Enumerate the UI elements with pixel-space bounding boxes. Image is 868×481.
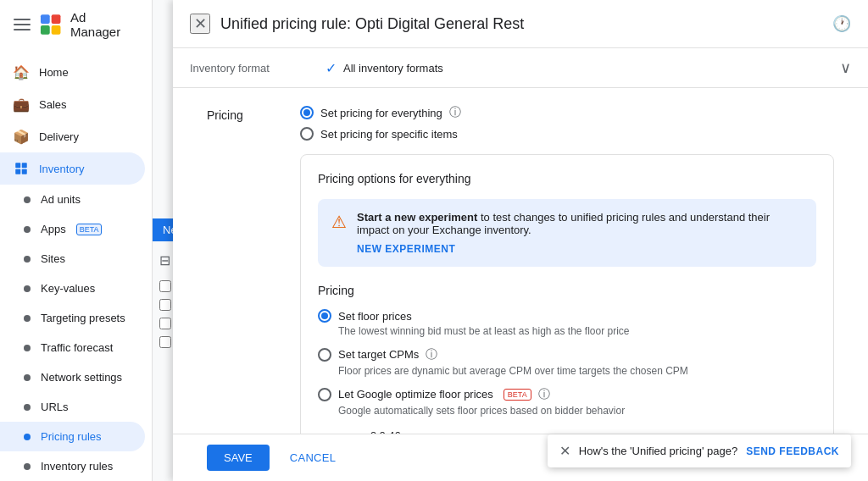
inventory-format-row: Inventory format ✓ All inventory formats… xyxy=(173,48,868,88)
inner-pricing-label: Pricing xyxy=(318,284,816,297)
sidebar-item-key-values[interactable]: Key-values xyxy=(0,274,145,303)
floor-prices-row[interactable]: Set floor prices xyxy=(318,309,816,323)
pricing-options-box: Pricing options for everything ⚠ Start a… xyxy=(300,154,834,434)
radio-target-cpms[interactable] xyxy=(318,348,331,362)
pricing-section: Pricing Set pricing for everything ⓘ Set… xyxy=(173,88,868,434)
sidebar-item-apps[interactable]: Apps BETA xyxy=(0,214,145,244)
sidebar-item-network-settings[interactable]: Network settings xyxy=(0,362,145,392)
app-name: Ad Manager xyxy=(70,10,138,39)
pricing-label: Pricing xyxy=(207,105,275,434)
sidebar-item-targeting-presets[interactable]: Targeting presets xyxy=(0,303,145,333)
svg-rect-3 xyxy=(51,25,60,35)
sidebar-nav: 🏠 Home 💼 Sales 📦 Delivery Inventory Ad u… xyxy=(0,49,152,481)
modal-dialog: ✕ Unified pricing rule: Opti Digital Gen… xyxy=(173,0,868,481)
help-icon[interactable]: ⓘ xyxy=(449,105,461,120)
target-cpms-desc: Floor prices are dynamic but average CPM… xyxy=(338,364,816,379)
sidebar-item-sales[interactable]: 💼 Sales xyxy=(0,88,145,120)
svg-rect-1 xyxy=(51,14,60,24)
toast-close-button[interactable]: ✕ xyxy=(559,443,570,459)
sidebar-item-label: Apps xyxy=(41,223,66,235)
experiment-text: Start a new experiment to test changes t… xyxy=(357,211,803,255)
experiment-bold-text: Start a new experiment xyxy=(357,211,477,224)
sidebar-item-label: Ad units xyxy=(41,193,81,206)
sidebar-item-label: URLs xyxy=(41,401,69,413)
pricing-options: Set pricing for everything ⓘ Set pricing… xyxy=(300,105,834,434)
sales-icon: 💼 xyxy=(14,97,29,112)
modal-body: Inventory format ✓ All inventory formats… xyxy=(173,48,868,434)
set-pricing-everything-option[interactable]: Set pricing for everything ⓘ xyxy=(300,105,834,120)
experiment-banner: ⚠ Start a new experiment to test changes… xyxy=(318,199,816,267)
save-button[interactable]: SAVE xyxy=(207,445,270,471)
svg-rect-6 xyxy=(15,169,20,174)
radio-set-specific[interactable] xyxy=(300,127,314,141)
set-pricing-everything-label: Set pricing for everything xyxy=(320,107,442,119)
sidebar-item-pricing-rules[interactable]: Pricing rules xyxy=(0,422,145,451)
modal-close-button[interactable]: ✕ xyxy=(190,14,210,34)
sidebar-item-inventory[interactable]: Inventory xyxy=(0,152,145,185)
radio-set-everything[interactable] xyxy=(300,106,314,119)
radio-floor-prices[interactable] xyxy=(318,309,331,323)
hamburger-icon[interactable] xyxy=(14,19,31,30)
sidebar-item-label: Key-values xyxy=(41,282,95,295)
cancel-button[interactable]: CANCEL xyxy=(280,445,347,471)
row-checkbox[interactable] xyxy=(159,336,171,348)
sidebar-item-sites[interactable]: Sites xyxy=(0,244,145,274)
home-icon: 🏠 xyxy=(14,64,29,80)
feedback-toast: ✕ How's the 'Unified pricing' page? SEND… xyxy=(548,434,851,467)
modal-header: ✕ Unified pricing rule: Opti Digital Gen… xyxy=(173,0,868,48)
inventory-format-value: ✓ All inventory formats ∨ xyxy=(326,58,851,77)
dot-icon xyxy=(24,463,31,470)
inventory-icon xyxy=(14,161,29,176)
google-optimize-option: Let Google optimize floor prices BETA ⓘ … xyxy=(318,387,816,418)
help-icon-cpms[interactable]: ⓘ xyxy=(426,347,437,362)
beta-badge: BETA xyxy=(76,224,103,235)
filter-icon[interactable]: ⊟ xyxy=(159,252,171,268)
row-checkbox[interactable] xyxy=(159,280,171,292)
modal-history-button[interactable]: 🕐 xyxy=(832,14,851,33)
sidebar-item-label: Inventory xyxy=(39,163,84,175)
chevron-down-icon[interactable]: ∨ xyxy=(840,58,851,77)
floor-prices-option: Set floor prices The lowest winning bid … xyxy=(318,309,816,339)
dot-icon xyxy=(24,374,31,381)
dot-icon xyxy=(24,345,31,351)
sidebar: Ad Manager 🏠 Home 💼 Sales 📦 Delivery Inv… xyxy=(0,0,153,481)
sidebar-item-label: Network settings xyxy=(41,371,122,384)
modal-title: Unified pricing rule: Opti Digital Gener… xyxy=(220,15,822,33)
dot-icon xyxy=(24,285,31,292)
sidebar-item-label: Delivery xyxy=(39,130,79,143)
row-checkbox[interactable] xyxy=(159,318,171,329)
help-icon-optimize[interactable]: ⓘ xyxy=(538,387,550,402)
target-cpms-option: Set target CPMs ⓘ Floor prices are dynam… xyxy=(318,347,816,379)
sidebar-item-traffic-forecast[interactable]: Traffic forecast xyxy=(0,333,145,362)
send-feedback-button[interactable]: SEND FEEDBACK xyxy=(746,445,839,457)
brand-logo xyxy=(39,13,62,36)
experiment-text-content: Start a new experiment to test changes t… xyxy=(357,211,770,236)
target-cpms-row[interactable]: Set target CPMs ⓘ xyxy=(318,347,816,362)
sidebar-item-home[interactable]: 🏠 Home xyxy=(0,56,145,88)
svg-rect-5 xyxy=(22,163,27,168)
google-optimize-row[interactable]: Let Google optimize floor prices BETA ⓘ xyxy=(318,387,816,402)
set-pricing-specific-option[interactable]: Set pricing for specific items xyxy=(300,127,834,141)
sidebar-item-label: Inventory rules xyxy=(41,460,113,473)
sidebar-item-label: Targeting presets xyxy=(41,312,125,324)
sidebar-item-ad-units[interactable]: Ad units xyxy=(0,185,145,214)
google-optimize-desc: Google automatically sets floor prices b… xyxy=(338,404,816,418)
sidebar-item-label: Sites xyxy=(41,252,65,265)
pricing-row: Pricing Set pricing for everything ⓘ Set… xyxy=(207,105,834,434)
sidebar-item-urls[interactable]: URLs xyxy=(0,392,145,422)
svg-rect-7 xyxy=(22,169,27,174)
radio-google-optimize[interactable] xyxy=(318,388,331,401)
svg-rect-0 xyxy=(41,14,50,24)
sidebar-item-delivery[interactable]: 📦 Delivery xyxy=(0,120,145,152)
dot-icon xyxy=(24,256,31,263)
dot-icon xyxy=(24,315,31,322)
sidebar-item-label: Traffic forecast xyxy=(41,341,113,354)
sidebar-item-inventory-rules[interactable]: Inventory rules xyxy=(0,451,145,481)
main-area: Ne ⊟ ✕ Unified pricing rule: Opti Digita… xyxy=(153,0,868,481)
new-experiment-link[interactable]: NEW EXPERIMENT xyxy=(357,243,803,255)
row-checkbox[interactable] xyxy=(159,299,171,311)
google-optimize-label: Let Google optimize floor prices xyxy=(338,388,493,401)
feedback-toast-text: How's the 'Unified pricing' page? xyxy=(579,445,737,457)
dot-icon xyxy=(24,434,31,440)
dot-icon xyxy=(24,196,31,203)
